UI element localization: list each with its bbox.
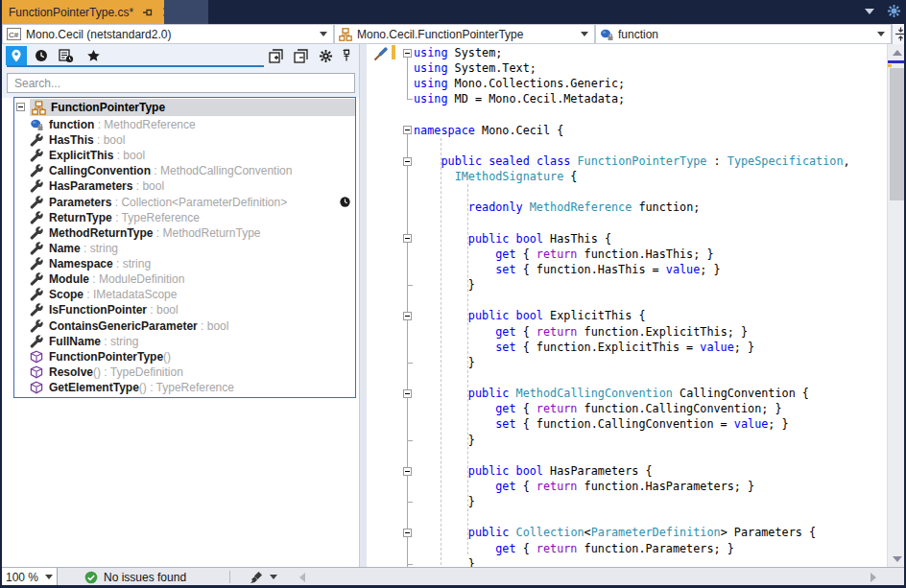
issues-indicator[interactable]: No issues found <box>84 569 186 585</box>
tree-item-FunctionPointerType[interactable]: FunctionPointerType() <box>14 349 355 365</box>
split-window-button[interactable] <box>892 24 906 44</box>
quick-actions-screwdriver-icon[interactable] <box>373 47 388 61</box>
tree-item-Namespace[interactable]: Namespace : string <box>14 256 355 271</box>
change-bar <box>392 45 395 59</box>
tree-item-Parameters[interactable]: Parameters : Collection<ParameterDefinit… <box>14 195 355 210</box>
issues-status-text: No issues found <box>104 571 186 584</box>
check-circle-icon <box>84 571 98 584</box>
tree-item-HasThis[interactable]: HasThis : bool <box>14 132 355 148</box>
history-tab[interactable] <box>31 46 52 65</box>
member-name: Name : string <box>49 242 118 255</box>
tree-item-Module[interactable]: Module : ModuleDefinition <box>14 271 355 287</box>
tree-item-Scope[interactable]: Scope : IMetadataScope <box>14 287 355 302</box>
code-line: } <box>414 494 850 509</box>
tree-item-GetElementType[interactable]: GetElementType() : TypeReference <box>14 380 355 395</box>
expand-all-icon[interactable] <box>265 46 286 65</box>
fold-box[interactable] <box>403 389 412 398</box>
code-line <box>414 138 850 153</box>
tree-item-MethodReturnType[interactable]: MethodReturnType : MethodReturnType <box>14 225 355 241</box>
tree-item-FullName[interactable]: FullName : string <box>14 334 355 349</box>
settings-gear-icon[interactable] <box>315 46 336 65</box>
fold-box[interactable] <box>403 126 412 134</box>
fold-elbow <box>407 564 413 565</box>
tree-root-row[interactable]: FunctionPointerType <box>14 99 355 116</box>
dock-pin-icon[interactable] <box>336 46 357 65</box>
scroll-down-arrow-icon[interactable] <box>888 551 906 567</box>
method-cube-icon <box>30 381 43 394</box>
panel-splitter[interactable] <box>359 44 367 567</box>
code-line <box>414 370 850 386</box>
toolbar-accent-underline <box>7 65 264 67</box>
tree-root-label: FunctionPointerType <box>51 101 165 114</box>
fold-box[interactable] <box>403 529 412 537</box>
property-wrench-icon <box>30 319 43 333</box>
fold-elbow <box>407 440 413 441</box>
vertical-scrollbar-thumb[interactable] <box>890 68 905 200</box>
favorites-star-tab[interactable] <box>83 46 104 65</box>
tree-item-IsFunctionPointer[interactable]: IsFunctionPointer : bool <box>14 302 355 318</box>
property-wrench-icon <box>30 133 43 147</box>
project-dropdown-value: Mono.Cecil (netstandard2.0) <box>26 28 320 41</box>
scroll-left-arrow-icon[interactable] <box>299 573 305 582</box>
code-line: public bool HasThis { <box>414 231 850 247</box>
tree-item-Resolve[interactable]: Resolve() : TypeDefinition <box>14 365 355 380</box>
chevron-down-icon <box>270 575 277 579</box>
code-line: } <box>414 277 850 293</box>
code-line <box>414 107 850 123</box>
type-dropdown[interactable]: Mono.Cecil.FunctionPointerType <box>334 24 595 44</box>
tree-item-HasParameters[interactable]: HasParameters : bool <box>14 178 355 194</box>
tree-item-function[interactable]: function : MethodReference <box>14 117 355 132</box>
method-cube-icon <box>30 350 43 364</box>
window-list-chevron-icon[interactable] <box>865 9 874 14</box>
fold-box[interactable] <box>403 467 412 476</box>
tree-item-ExplicitThis[interactable]: ExplicitThis : bool <box>14 148 355 163</box>
active-document-tab[interactable]: FunctionPointerType.cs* <box>2 0 164 24</box>
fold-box[interactable] <box>403 234 412 243</box>
member-dropdown[interactable]: function <box>595 24 892 44</box>
zoom-dropdown[interactable]: 100 % <box>2 568 58 586</box>
member-name: FunctionPointerType() <box>49 350 171 364</box>
code-line: public bool HasParameters { <box>414 463 850 479</box>
collapse-all-icon[interactable] <box>290 46 311 65</box>
fold-box[interactable] <box>403 312 412 320</box>
scroll-up-arrow-icon[interactable] <box>888 44 906 60</box>
fold-box[interactable] <box>403 49 412 58</box>
chevron-down-icon <box>320 32 327 36</box>
code-line: get { return function.HasThis; } <box>414 247 850 262</box>
member-name: FullName : string <box>49 335 138 348</box>
tree-item-CallingConvention[interactable]: CallingConvention : MethodCallingConvent… <box>14 163 355 178</box>
scroll-right-arrow-icon[interactable] <box>870 573 876 582</box>
code-line: public Collection<ParameterDefinition> P… <box>414 525 850 540</box>
property-wrench-icon <box>30 149 43 162</box>
collapse-expander-icon[interactable] <box>16 103 25 111</box>
code-line: get { return function.ExplicitThis; } <box>414 324 850 340</box>
project-dropdown[interactable]: C# Mono.Cecil (netstandard2.0) <box>2 24 334 44</box>
code-structure-panel: FunctionPointerType function : MethodRef… <box>2 44 359 567</box>
property-wrench-icon <box>30 257 43 270</box>
tree-item-Name[interactable]: Name : string <box>14 241 355 256</box>
tree-item-ContainsGenericParameter[interactable]: ContainsGenericParameter : bool <box>14 318 355 334</box>
search-box[interactable] <box>7 73 355 93</box>
pin-tab-icon[interactable] <box>142 7 154 18</box>
search-input[interactable] <box>8 75 354 93</box>
code-line: using Mono.Collections.Generic; <box>414 76 850 91</box>
property-wrench-icon <box>30 164 43 177</box>
recent-files-tab[interactable] <box>56 46 77 65</box>
csharp-project-icon: C# <box>7 28 21 40</box>
code-line <box>414 509 850 525</box>
caret-position-marker <box>888 60 906 63</box>
tree-item-ReturnType[interactable]: ReturnType : TypeReference <box>14 210 355 225</box>
member-name: IsFunctionPointer : bool <box>49 303 179 317</box>
vertical-scrollbar[interactable] <box>887 44 906 567</box>
tab-options-gear-icon[interactable] <box>887 4 901 18</box>
member-name: MethodReturnType : MethodReturnType <box>49 226 261 240</box>
code-editor[interactable]: using System;using System.Text;using Mon… <box>367 44 887 567</box>
fold-vline dashed <box>407 475 408 502</box>
code-line: get { return function.CallingConvention;… <box>414 401 850 416</box>
vs-editor-window: FunctionPointerType.cs* C# Mono.Cecil (n… <box>0 0 906 588</box>
locate-pin-tab[interactable] <box>6 46 27 65</box>
code-cleanup-button[interactable] <box>250 569 277 585</box>
fold-box[interactable] <box>403 157 412 166</box>
property-wrench-icon <box>30 288 43 301</box>
code-line <box>414 448 850 463</box>
